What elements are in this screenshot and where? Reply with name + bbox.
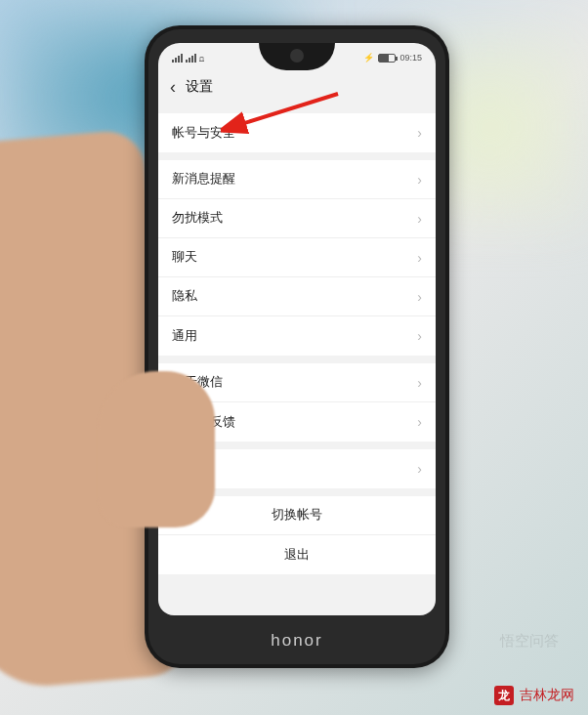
chevron-right-icon: › <box>417 328 422 344</box>
page-title: 设置 <box>186 78 213 96</box>
chevron-right-icon: › <box>417 375 422 391</box>
group-spacer <box>158 152 436 160</box>
thumb <box>98 371 215 527</box>
group-spacer <box>158 356 436 363</box>
signal-icon-2 <box>186 54 196 63</box>
item-chat[interactable]: 聊天 › <box>158 238 436 277</box>
logout-button[interactable]: 退出 <box>158 535 436 574</box>
faint-watermark: 悟空问答 <box>500 632 559 651</box>
item-label: 通用 <box>172 328 197 345</box>
battery-icon <box>378 54 396 63</box>
item-general[interactable]: 通用 › <box>158 316 436 356</box>
status-time: 09:15 <box>399 53 422 63</box>
phone-brand-logo: honor <box>271 631 322 651</box>
chevron-right-icon: › <box>417 125 422 141</box>
chevron-right-icon: › <box>417 414 422 430</box>
item-label: 帐号与安全 <box>172 125 235 142</box>
item-label: 聊天 <box>172 249 197 266</box>
chevron-right-icon: › <box>417 211 422 227</box>
battery-text-icon: ⚡ <box>363 53 374 63</box>
item-label: 隐私 <box>172 288 197 305</box>
phone-screen: ⩍ ⚡ 09:15 ‹ 设置 帐号与安全 › 新消息提醒 › <box>158 43 436 615</box>
item-do-not-disturb[interactable]: 勿扰模式 › <box>158 199 436 238</box>
header-bar: ‹ 设置 <box>158 68 436 105</box>
back-icon[interactable]: ‹ <box>170 77 176 98</box>
settings-group-1: 帐号与安全 › <box>158 113 436 152</box>
chevron-right-icon: › <box>417 172 422 188</box>
chevron-right-icon: › <box>417 461 422 477</box>
switch-account-label: 切换帐号 <box>272 507 322 524</box>
logout-label: 退出 <box>284 547 310 564</box>
watermark-text: 吉林龙网 <box>520 687 574 704</box>
chevron-right-icon: › <box>417 289 422 305</box>
settings-group-2: 新消息提醒 › 勿扰模式 › 聊天 › 隐私 › 通用 › <box>158 160 436 356</box>
item-account-security[interactable]: 帐号与安全 › <box>158 113 436 152</box>
item-new-message-notify[interactable]: 新消息提醒 › <box>158 160 436 199</box>
status-left: ⩍ <box>172 53 204 63</box>
item-privacy[interactable]: 隐私 › <box>158 277 436 316</box>
phone-body: ⩍ ⚡ 09:15 ‹ 设置 帐号与安全 › 新消息提醒 › <box>145 25 449 668</box>
item-label: 勿扰模式 <box>172 210 223 227</box>
watermark: 龙 吉林龙网 <box>494 686 574 705</box>
chevron-right-icon: › <box>417 250 422 266</box>
item-label: 新消息提醒 <box>172 171 235 188</box>
signal-icon <box>172 54 183 63</box>
watermark-logo-icon: 龙 <box>494 686 514 705</box>
status-right: ⚡ 09:15 <box>363 53 422 63</box>
wifi-icon: ⩍ <box>199 53 204 63</box>
